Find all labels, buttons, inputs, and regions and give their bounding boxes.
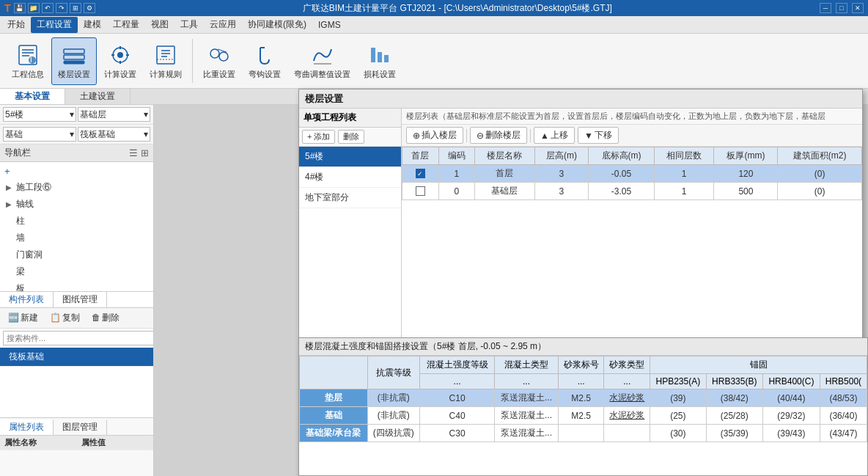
td-beam-hrb400[interactable]: (39/43) [762, 425, 820, 442]
td-foundation-seismic[interactable]: (非抗震) [367, 407, 419, 425]
table-row-floor0[interactable]: 0 基础层 3 -3.05 1 500 (0) [402, 183, 862, 200]
tree-item-axis[interactable]: ▶ 轴线 [0, 196, 153, 213]
del-floor-btn[interactable]: ⊖ 删除楼层 [470, 127, 527, 144]
td-foundation-hrb500[interactable]: (36/40) [820, 407, 867, 425]
concrete-row-cushion[interactable]: 垫层 (非抗震) C10 泵送混凝土... M2.5 水泥砂浆 (39) (38… [300, 389, 867, 407]
comp-search-input[interactable] [3, 331, 153, 345]
tab-soil[interactable]: 土建设置 [65, 89, 130, 104]
td-beam-type[interactable]: 泵送混凝土... [495, 425, 559, 442]
menu-cloud[interactable]: 云应用 [204, 17, 242, 33]
proj-item-basement[interactable]: 地下室部分 [299, 188, 401, 208]
tool-ratio[interactable]: 比重设置 [197, 37, 241, 85]
move-down-btn[interactable]: ▼ 下移 [578, 127, 619, 144]
menu-igms[interactable]: IGMS [312, 17, 347, 33]
svg-point-20 [210, 49, 219, 58]
proj-item-4[interactable]: 4#楼 [299, 167, 401, 188]
tab-layer-mgmt[interactable]: 图层管理 [54, 420, 107, 435]
th-hrb400: HRB400(C) [762, 374, 820, 389]
insert-floor-btn[interactable]: ⊕ 插入楼层 [406, 127, 463, 144]
tab-drawing-mgmt[interactable]: 图纸管理 [54, 292, 107, 307]
comp-item-raft[interactable]: 筏板基础 [0, 348, 153, 367]
td-beam-hrb335[interactable]: (35/39) [706, 425, 762, 442]
menu-quantity[interactable]: 工程量 [107, 17, 145, 33]
td-cushion-mortar-type[interactable]: 水泥砂浆 [604, 389, 650, 407]
td-cushion-grade[interactable]: C10 [420, 389, 495, 407]
tab-prop-list[interactable]: 属性列表 [0, 420, 54, 435]
td-foundation-grade[interactable]: C40 [420, 407, 495, 425]
menu-view[interactable]: 视图 [145, 17, 174, 33]
tree-item-slab[interactable]: 板 [0, 280, 153, 291]
tool-curve[interactable]: 弯曲调整值设置 [288, 37, 356, 85]
menu-collab[interactable]: 协同建模(限免) [242, 17, 312, 33]
tab-comp-list[interactable]: 构件列表 [0, 292, 54, 307]
tab-basic[interactable]: 基本设置 [0, 89, 65, 104]
grid-icon[interactable]: ⊞ [70, 3, 81, 13]
first-floor-checkbox-1[interactable]: ✓ [416, 169, 425, 178]
redo-icon[interactable]: ↷ [56, 3, 67, 13]
td-cushion-seismic[interactable]: (非抗震) [367, 389, 419, 407]
maximize-icon[interactable]: □ [836, 3, 847, 13]
proj-item-5[interactable]: 5#楼 [299, 147, 401, 167]
tree-item-wall[interactable]: 墙 [0, 230, 153, 246]
type-dropdown[interactable]: 基础 ▾ [3, 127, 76, 142]
concrete-row-beam[interactable]: 基础梁/承台梁 (四级抗震) C30 泵送混凝土... (30) (35/39)… [300, 425, 867, 442]
tool-floor-settings[interactable]: 楼层设置 [51, 37, 97, 85]
del-project-btn[interactable]: 删除 [338, 130, 364, 144]
td-beam-seismic[interactable]: (四级抗震) [367, 425, 419, 442]
menu-start[interactable]: 开始 [1, 17, 31, 33]
td-foundation-hrb335[interactable]: (25/28) [706, 407, 762, 425]
move-up-btn[interactable]: ▲ 上移 [534, 127, 575, 144]
new-comp-btn[interactable]: 🆕 新建 [3, 310, 43, 326]
tree-item-door-window[interactable]: 门窗洞 [0, 246, 153, 263]
tree-item-beam[interactable]: 梁 [0, 263, 153, 280]
td-foundation-hrb400[interactable]: (29/32) [762, 407, 820, 425]
close-icon[interactable]: ✕ [852, 3, 864, 13]
list-view-icon[interactable]: ☰ [129, 147, 138, 158]
tool-hook[interactable]: 弯钩设置 [243, 37, 287, 85]
td-cushion-hrb335[interactable]: (38/42) [706, 389, 762, 407]
concrete-row-foundation[interactable]: 基础 (非抗震) C40 泵送混凝土... M2.5 水泥砂浆 (25) (25… [300, 407, 867, 425]
add-project-btn[interactable]: + 添加 [302, 130, 335, 144]
td-cushion-hpb[interactable]: (39) [650, 389, 707, 407]
tree-item-construction[interactable]: ▶ 施工段⑥ [0, 179, 153, 196]
td-beam-hpb[interactable]: (30) [650, 425, 707, 442]
td-cushion-mortar-grade[interactable]: M2.5 [558, 389, 604, 407]
tree-item-column[interactable]: 柱 [0, 213, 153, 230]
minimize-icon[interactable]: ─ [820, 3, 831, 13]
td-foundation-mortar-grade[interactable]: M2.5 [558, 407, 604, 425]
tool-calc-rules[interactable]: 计算规则 [144, 37, 188, 85]
table-row-floor1[interactable]: ✓ 1 首层 3 -0.05 1 120 (0) [402, 165, 862, 183]
menu-modeling[interactable]: 建模 [78, 17, 107, 33]
menu-tools[interactable]: 工具 [174, 17, 204, 33]
layer-dropdown[interactable]: 基础层 ▾ [78, 107, 151, 122]
td-first-floor-1[interactable]: ✓ [402, 165, 439, 183]
th-height: 层高(m) [534, 147, 589, 165]
td-foundation-mortar-type[interactable]: 水泥砂浆 [604, 407, 650, 425]
td-cushion-type[interactable]: 泵送混凝土... [495, 389, 559, 407]
td-foundation-hpb[interactable]: (25) [650, 407, 707, 425]
sub-dropdown[interactable]: 筏板基础 ▾ [78, 127, 151, 142]
td-cushion-hrb400[interactable]: (40/44) [762, 389, 820, 407]
td-beam-grade[interactable]: C30 [420, 425, 495, 442]
td-beam-mortar-grade[interactable] [558, 425, 604, 442]
td-foundation-type[interactable]: 泵送混凝土... [495, 407, 559, 425]
td-beam-mortar-type[interactable] [604, 425, 650, 442]
svg-rect-8 [64, 61, 84, 64]
tool-calc-settings[interactable]: 计算设置 [98, 37, 142, 85]
delete-comp-btn[interactable]: 🗑 删除 [87, 310, 125, 326]
tree-item-add[interactable]: + [0, 164, 153, 179]
floor-dropdown[interactable]: 5#楼 ▾ [3, 107, 76, 122]
menu-project-settings[interactable]: 工程设置 [31, 17, 78, 33]
tool-loss[interactable]: 损耗设置 [358, 37, 402, 85]
first-floor-checkbox-0[interactable] [416, 186, 425, 196]
save-icon[interactable]: 💾 [14, 3, 26, 13]
grid-view-icon[interactable]: ⊞ [141, 147, 149, 158]
td-beam-hrb500[interactable]: (43/47) [820, 425, 867, 442]
undo-icon[interactable]: ↶ [42, 3, 54, 13]
open-icon[interactable]: 📁 [28, 3, 40, 13]
td-first-floor-0[interactable] [402, 183, 439, 200]
settings-icon[interactable]: ⚙ [84, 3, 95, 13]
td-cushion-hrb500[interactable]: (48/53) [820, 389, 867, 407]
copy-comp-btn[interactable]: 📋 复制 [45, 310, 85, 326]
tool-project-info[interactable]: i 工程信息 [6, 37, 50, 85]
